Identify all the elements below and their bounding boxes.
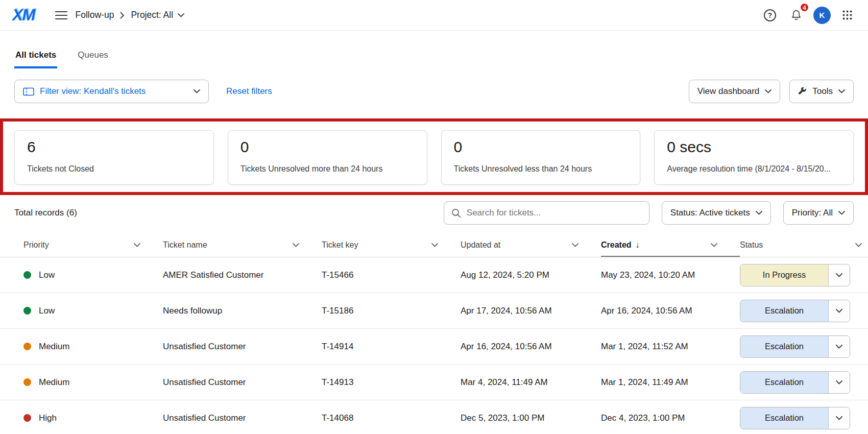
chevron-down-icon[interactable] (431, 243, 438, 247)
column-header-priority[interactable]: Priority (23, 233, 163, 257)
hamburger-menu-icon[interactable] (52, 8, 70, 23)
ticket-name-cell: Unsatisfied Customer (163, 342, 322, 352)
created-cell: May 23, 2024, 10:20 AM (601, 270, 740, 280)
created-cell: Dec 4, 2023, 1:00 PM (601, 413, 740, 423)
notification-count-badge: 4 (800, 3, 809, 12)
priority-label: Medium (39, 377, 69, 388)
column-label: Updated at (461, 240, 500, 250)
ticket-name-cell: Unsatisfied Customer (163, 413, 322, 423)
kpi-value: 0 (240, 138, 415, 156)
kpi-card-avg-resolution-time: 0 secs Average resolution time (8/1/2024… (654, 130, 854, 185)
help-button[interactable]: ? (761, 6, 779, 25)
kpi-value: 6 (27, 138, 201, 156)
priority-filter-dropdown[interactable]: Priority: All (783, 201, 854, 225)
table-row[interactable]: Low Needs followup T-15186 Apr 17, 2024,… (0, 293, 868, 329)
column-header-status[interactable]: Status (740, 233, 854, 257)
status-cell: Escalation (740, 335, 854, 358)
chevron-down-icon[interactable] (572, 243, 578, 247)
status-cell: Escalation (740, 300, 854, 322)
ticket-name-cell: AMER Satisfied Customer (163, 270, 322, 280)
tools-label: Tools (812, 86, 833, 97)
ticket-icon (23, 87, 34, 96)
status-cell: Escalation (740, 371, 854, 394)
priority-label: Low (39, 270, 55, 280)
ticket-key-cell: T-15466 (322, 270, 461, 280)
search-input[interactable] (467, 208, 642, 218)
chevron-down-icon (836, 416, 842, 420)
chevron-right-icon (120, 12, 125, 19)
breadcrumb: Follow-up Project: All (76, 10, 185, 20)
kpi-label: Average resolution time (8/1/2024 - 8/15… (667, 164, 841, 174)
status-dropdown[interactable]: Escalation (740, 335, 850, 358)
created-cell: Mar 1, 2024, 11:49 AM (601, 377, 740, 388)
status-dropdown[interactable]: Escalation (740, 300, 850, 322)
column-header-updated-at[interactable]: Updated at (461, 233, 601, 257)
chevron-down-icon[interactable] (711, 243, 717, 247)
priority-cell: Medium (23, 342, 163, 352)
status-chevron-button[interactable] (828, 264, 850, 286)
total-records-label: Total records (6) (14, 208, 77, 218)
kpi-value: 0 (454, 138, 628, 156)
tab-all-tickets[interactable]: All tickets (14, 46, 57, 68)
status-label: Escalation (740, 407, 828, 429)
status-dropdown[interactable]: Escalation (740, 371, 850, 394)
tab-queues[interactable]: Queues (77, 46, 109, 68)
view-tabs: All tickets Queues (0, 46, 868, 68)
updated-at-cell: Apr 16, 2024, 10:56 AM (461, 342, 601, 352)
status-chevron-button[interactable] (828, 372, 850, 393)
priority-label: Medium (39, 342, 69, 352)
column-header-created[interactable]: Created ↓ (601, 233, 740, 257)
breadcrumb-section[interactable]: Follow-up (76, 10, 114, 20)
view-dashboard-dropdown[interactable]: View dashboard (689, 80, 781, 103)
ticket-name-cell: Needs followup (163, 306, 322, 316)
kpi-label: Tickets not Closed (27, 164, 201, 174)
status-chevron-button[interactable] (828, 300, 850, 322)
chevron-down-icon (838, 89, 845, 93)
notifications-button[interactable]: 4 (787, 6, 805, 24)
status-dropdown[interactable]: In Progress (740, 264, 850, 286)
kpi-cards: 6 Tickets not Closed 0 Tickets Unresolve… (14, 130, 854, 185)
kpi-label: Tickets Unresolved more than 24 hours (240, 164, 415, 174)
breadcrumb-project-label: Project: All (131, 10, 173, 20)
status-label: Escalation (740, 300, 828, 322)
search-icon (451, 208, 461, 218)
chevron-down-icon (836, 273, 842, 277)
table-row[interactable]: Low AMER Satisfied Customer T-15466 Aug … (0, 257, 868, 293)
status-chevron-button[interactable] (828, 336, 850, 357)
status-dropdown[interactable]: Escalation (740, 407, 850, 429)
status-label: Escalation (740, 372, 828, 393)
app-grid-icon[interactable] (839, 7, 856, 23)
chevron-down-icon[interactable] (134, 243, 140, 247)
status-cell: In Progress (740, 264, 854, 286)
priority-cell: Medium (23, 377, 163, 388)
column-header-ticket-name[interactable]: Ticket name (163, 233, 322, 257)
xm-logo[interactable]: XM (12, 6, 38, 25)
column-header-ticket-key[interactable]: Ticket key (322, 233, 461, 257)
ticket-key-cell: T-14068 (322, 413, 461, 423)
column-label: Created (601, 240, 632, 250)
ticket-name-cell: Unsatisfied Customer (163, 377, 322, 388)
bell-icon (790, 9, 802, 21)
chevron-down-icon (836, 345, 842, 349)
status-chevron-button[interactable] (828, 407, 850, 429)
breadcrumb-project-dropdown[interactable]: Project: All (131, 10, 184, 20)
priority-label: Low (39, 306, 55, 316)
table-row[interactable]: High Unsatisfied Customer T-14068 Dec 5,… (0, 400, 868, 434)
status-cell: Escalation (740, 407, 854, 429)
chevron-down-icon[interactable] (293, 243, 299, 247)
status-filter-dropdown[interactable]: Status: Active tickets (662, 201, 771, 225)
column-label: Status (740, 240, 763, 250)
table-row[interactable]: Medium Unsatisfied Customer T-14914 Apr … (0, 329, 868, 365)
chevron-down-icon (756, 211, 762, 215)
chevron-down-icon (836, 309, 842, 313)
help-icon: ? (764, 9, 776, 21)
updated-at-cell: Apr 17, 2024, 10:56 AM (461, 306, 601, 316)
filter-view-dropdown[interactable]: Filter view: Kendall's tickets (14, 80, 209, 103)
kpi-value: 0 secs (667, 138, 841, 156)
avatar[interactable]: K (813, 7, 831, 24)
created-cell: Apr 16, 2024, 10:56 AM (601, 306, 740, 316)
reset-filters-link[interactable]: Reset filters (226, 86, 272, 97)
tools-dropdown[interactable]: Tools (789, 80, 854, 103)
chevron-down-icon[interactable] (855, 243, 862, 247)
table-row[interactable]: Medium Unsatisfied Customer T-14913 Mar … (0, 365, 868, 400)
